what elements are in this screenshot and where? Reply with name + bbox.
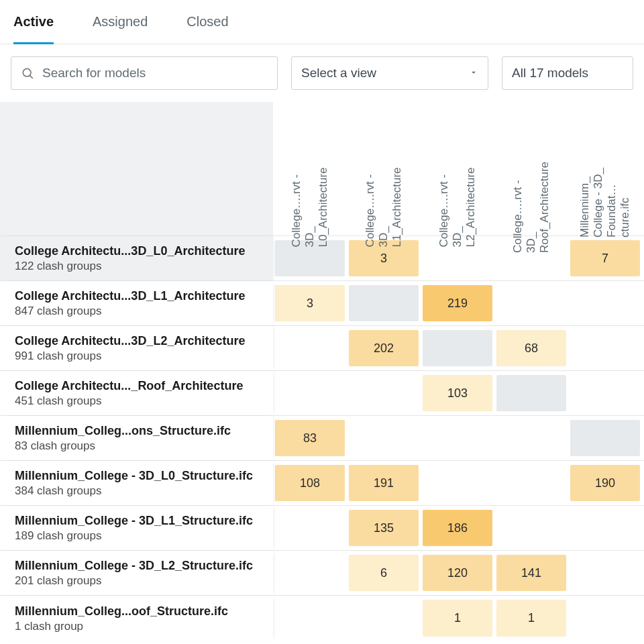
row-title: College Architectu...3D_L1_Architecture bbox=[15, 288, 258, 304]
column-header[interactable]: College….rvt - 3D_ L0_Architecture bbox=[273, 102, 347, 235]
matrix-cell[interactable]: 103 bbox=[421, 371, 494, 415]
table-row: Millennium_College - 3D_L2_Structure.ifc… bbox=[0, 551, 644, 596]
search-box[interactable] bbox=[11, 56, 278, 90]
view-select[interactable]: Select a view bbox=[291, 56, 488, 90]
clash-matrix: College….rvt - 3D_ L0_Architecture Colle… bbox=[0, 102, 644, 641]
matrix-cell-value bbox=[423, 420, 492, 456]
matrix-cell-value bbox=[496, 420, 566, 456]
matrix-cell-value bbox=[570, 420, 640, 456]
row-label[interactable]: College Architectu...3D_L2_Architecture9… bbox=[0, 326, 273, 370]
matrix-cell bbox=[421, 461, 494, 505]
row-cells: 108191190 bbox=[273, 461, 644, 505]
matrix-cell-value: 120 bbox=[423, 555, 492, 591]
row-label[interactable]: College Architectu..._Roof_Architecture4… bbox=[0, 371, 273, 415]
column-header[interactable]: College….rvt - 3D_ Roof_Architecture bbox=[494, 102, 568, 235]
matrix-cell[interactable]: 3 bbox=[273, 281, 347, 325]
matrix-cell-value bbox=[496, 465, 566, 501]
matrix-cell bbox=[494, 281, 568, 325]
matrix-cell-value: 135 bbox=[349, 510, 419, 546]
matrix-cell[interactable]: 68 bbox=[494, 326, 568, 370]
row-subtitle: 83 clash groups bbox=[15, 439, 258, 453]
matrix-cell-value: 3 bbox=[275, 285, 345, 321]
row-cells: 3219 bbox=[273, 281, 644, 325]
search-input[interactable] bbox=[41, 65, 268, 81]
row-subtitle: 1 clash group bbox=[15, 619, 258, 634]
row-label[interactable]: Millennium_College - 3D_L1_Structure.ifc… bbox=[0, 506, 273, 550]
column-header-label: Millennium_ College - 3D_ Foundat…cture.… bbox=[578, 164, 632, 237]
matrix-cell[interactable]: 202 bbox=[347, 326, 421, 370]
row-label[interactable]: College Architectu...3D_L0_Architecture1… bbox=[0, 236, 273, 280]
column-header[interactable]: College….rvt - 3D_ L1_Architecture bbox=[347, 102, 421, 235]
tab-closed[interactable]: Closed bbox=[186, 0, 228, 44]
chevron-down-icon bbox=[469, 66, 478, 80]
row-cells: 20268 bbox=[273, 326, 644, 370]
matrix-cell-value: 83 bbox=[275, 420, 345, 456]
row-title: Millennium_Colleg...ons_Structure.ifc bbox=[15, 423, 258, 439]
row-label[interactable]: Millennium_College - 3D_L0_Structure.ifc… bbox=[0, 461, 273, 505]
column-headers: College….rvt - 3D_ L0_Architecture Colle… bbox=[273, 102, 644, 236]
row-cells: 83 bbox=[273, 416, 644, 460]
column-header-label: College….rvt - 3D_ L1_Architecture bbox=[364, 167, 404, 247]
matrix-cell[interactable]: 141 bbox=[494, 551, 568, 595]
matrix-cell-value: 219 bbox=[423, 285, 492, 321]
matrix-cell-value bbox=[275, 330, 345, 366]
row-label[interactable]: College Architectu...3D_L1_Architecture8… bbox=[0, 281, 273, 325]
matrix-cell-value bbox=[275, 555, 345, 591]
matrix-cell-value: 202 bbox=[349, 330, 419, 366]
matrix-cell-value: 7 bbox=[570, 240, 640, 276]
row-cells: 103 bbox=[273, 371, 644, 415]
matrix-cell-value: 1 bbox=[496, 600, 566, 637]
row-label[interactable]: Millennium_Colleg...oof_Structure.ifc1 c… bbox=[0, 596, 273, 641]
row-cells: 11 bbox=[273, 596, 644, 641]
row-subtitle: 189 clash groups bbox=[15, 529, 258, 543]
row-label[interactable]: Millennium_Colleg...ons_Structure.ifc83 … bbox=[0, 416, 273, 460]
row-title: Millennium_College - 3D_L1_Structure.ifc bbox=[15, 513, 258, 529]
row-title: Millennium_College - 3D_L2_Structure.ifc bbox=[15, 557, 258, 574]
tab-assigned[interactable]: Assigned bbox=[93, 0, 148, 44]
row-subtitle: 847 clash groups bbox=[15, 304, 258, 319]
row-cells: 135186 bbox=[273, 506, 644, 550]
matrix-cell-value bbox=[275, 600, 345, 637]
column-header[interactable]: College….rvt - 3D_ L2_Architecture bbox=[421, 102, 494, 235]
matrix-cell-value bbox=[496, 510, 566, 546]
matrix-cell-value bbox=[496, 375, 566, 411]
matrix-cell[interactable]: 190 bbox=[568, 461, 642, 505]
matrix-cell[interactable] bbox=[347, 281, 421, 325]
matrix-cell[interactable] bbox=[494, 371, 568, 415]
matrix-cell-value: 108 bbox=[275, 465, 345, 501]
matrix-cell[interactable]: 1 bbox=[421, 596, 494, 641]
matrix-cell[interactable]: 6 bbox=[347, 551, 421, 595]
row-title: College Architectu...3D_L2_Architecture bbox=[15, 333, 258, 349]
matrix-rows: College Architectu...3D_L0_Architecture1… bbox=[0, 236, 644, 641]
matrix-cell-value bbox=[570, 375, 640, 411]
column-header-label: College….rvt - 3D_ L2_Architecture bbox=[437, 167, 478, 247]
matrix-cell[interactable]: 108 bbox=[273, 461, 347, 505]
matrix-cell[interactable]: 7 bbox=[568, 236, 642, 280]
matrix-corner bbox=[0, 102, 273, 236]
matrix-cell[interactable]: 191 bbox=[347, 461, 421, 505]
matrix-cell-value bbox=[570, 510, 640, 546]
matrix-cell-value: 190 bbox=[570, 465, 640, 501]
matrix-cell[interactable]: 135 bbox=[347, 506, 421, 550]
matrix-cell-value bbox=[496, 285, 566, 321]
tab-active[interactable]: Active bbox=[13, 0, 54, 44]
row-title: Millennium_College - 3D_L0_Structure.ifc bbox=[15, 468, 258, 484]
matrix-cell[interactable]: 186 bbox=[421, 506, 494, 550]
matrix-cell[interactable] bbox=[421, 326, 494, 370]
matrix-cell-value bbox=[570, 600, 640, 637]
row-title: College Architectu..._Roof_Architecture bbox=[15, 378, 258, 394]
row-label[interactable]: Millennium_College - 3D_L2_Structure.ifc… bbox=[0, 551, 273, 595]
matrix-cell[interactable]: 219 bbox=[421, 281, 494, 325]
row-subtitle: 384 clash groups bbox=[15, 484, 258, 498]
column-header[interactable]: Millennium_ College - 3D_ Foundat…cture.… bbox=[568, 102, 642, 235]
matrix-cell bbox=[568, 506, 642, 550]
matrix-cell bbox=[347, 596, 421, 641]
table-row: College Architectu..._Roof_Architecture4… bbox=[0, 371, 644, 416]
matrix-cell[interactable]: 120 bbox=[421, 551, 494, 595]
matrix-cell[interactable]: 83 bbox=[273, 416, 347, 460]
matrix-cell-value: 141 bbox=[496, 555, 566, 591]
models-select[interactable]: All 17 models bbox=[502, 56, 633, 90]
matrix-cell[interactable]: 1 bbox=[494, 596, 568, 641]
matrix-cell[interactable] bbox=[568, 416, 642, 460]
row-subtitle: 451 clash groups bbox=[15, 394, 258, 409]
